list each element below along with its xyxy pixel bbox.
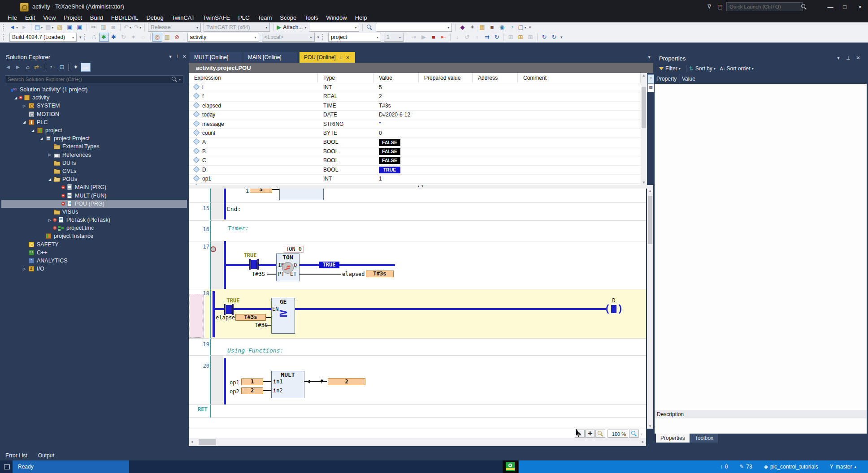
- cut[interactable]: ✂: [89, 23, 99, 32]
- fbd-hscrollbar[interactable]: ◄ ►: [189, 438, 646, 446]
- operand-label[interactable]: elapsed: [216, 314, 239, 321]
- tree-expander-icon[interactable]: ▷: [47, 153, 53, 157]
- tree-item-plctask-plctask[interactable]: ▷PlcTask (PlcTask): [1, 216, 187, 224]
- menu-plc[interactable]: PLC: [234, 13, 253, 22]
- solution-search[interactable]: ▾: [5, 75, 183, 83]
- watch-row[interactable]: countBYTE0: [189, 129, 641, 138]
- menu-view[interactable]: View: [39, 13, 60, 22]
- prepared-value-cell[interactable]: [419, 147, 473, 156]
- toggle-free-run[interactable]: ◌: [139, 33, 148, 42]
- close-icon[interactable]: ✕: [181, 54, 188, 60]
- fbd-editor[interactable]: 15 16 17 18 19 20 i 5 End: Timer: TRUE T…: [189, 189, 646, 429]
- close-icon[interactable]: ✕: [855, 55, 862, 61]
- splitter[interactable]: ▲ ▼: [189, 185, 653, 189]
- hide-disabled[interactable]: ⊘: [172, 33, 182, 42]
- toolbar-grip[interactable]: [84, 34, 87, 40]
- watch-row[interactable]: messageSTRING'': [189, 120, 641, 129]
- step-into[interactable]: ↓: [452, 33, 462, 42]
- tc-config-mode[interactable]: ✱: [99, 33, 109, 42]
- show-sub-items[interactable]: ▥: [162, 33, 172, 42]
- login[interactable]: ⇥: [409, 33, 419, 42]
- contact[interactable]: [249, 259, 259, 270]
- coil-label[interactable]: D: [608, 297, 619, 304]
- prepared-value-cell[interactable]: [419, 156, 473, 165]
- sx-forward[interactable]: ►: [13, 63, 23, 72]
- filter-button[interactable]: Filter: [665, 65, 677, 72]
- tree-item-c[interactable]: C++: [1, 249, 187, 257]
- menu-tools[interactable]: Tools: [300, 13, 322, 22]
- watch-row[interactable]: iINT5: [189, 83, 641, 92]
- logout[interactable]: ⇤: [438, 33, 448, 42]
- operand-value-box[interactable]: T#3s: [235, 314, 266, 321]
- watch-row[interactable]: op1INT1: [189, 175, 641, 184]
- nav-forward[interactable]: ►: [19, 23, 29, 32]
- step-over[interactable]: ⇉: [482, 33, 492, 42]
- solution-platform[interactable]: TwinCAT RT (x64)▾: [204, 23, 270, 32]
- sort-by-button[interactable]: Sort by: [695, 65, 712, 72]
- tree-item-mult-fun[interactable]: MULT (FUN): [1, 191, 187, 199]
- lock[interactable]: ◙: [108, 23, 118, 32]
- step-unknown[interactable]: ↺: [462, 33, 472, 42]
- tc-run-mode[interactable]: ✱: [109, 33, 119, 42]
- tree-expander-icon[interactable]: ▷: [21, 267, 27, 271]
- settings-wrench[interactable]: ✦: [467, 23, 477, 32]
- status-pushes[interactable]: ↑0: [720, 464, 728, 470]
- tree-expander-icon[interactable]: ◢: [38, 137, 44, 141]
- download-b[interactable]: ⊞: [516, 33, 525, 42]
- table-view-button[interactable]: ▦: [647, 83, 654, 92]
- prepared-value-cell[interactable]: [419, 83, 473, 92]
- operand-label[interactable]: elapsed: [342, 271, 365, 277]
- menu-build[interactable]: Build: [86, 13, 107, 22]
- pin-icon[interactable]: ⊥: [339, 55, 343, 60]
- nav-back[interactable]: ◄▾: [8, 23, 19, 32]
- tree-item-project-project[interactable]: ◢project Project: [1, 134, 187, 142]
- splitter-arrows-icon[interactable]: ▲ ▼: [417, 185, 424, 188]
- send-feedback-icon[interactable]: ◳: [716, 4, 724, 10]
- reset-cold[interactable]: ↻: [492, 33, 502, 42]
- sx-home[interactable]: ⌂: [23, 63, 33, 72]
- save-all[interactable]: ▣: [75, 23, 85, 32]
- new-project[interactable]: ▤▾: [33, 23, 44, 32]
- save[interactable]: ▣: [65, 23, 75, 32]
- menu-fbdldil[interactable]: FBD/LD/IL: [107, 13, 143, 22]
- toolbar-grip[interactable]: [322, 34, 325, 40]
- tree-item-motion[interactable]: MOTION: [1, 110, 187, 118]
- prepared-value-cell[interactable]: [419, 120, 473, 129]
- tree-item-system[interactable]: ▷SYSTEM: [1, 102, 187, 110]
- tree-item-external-types[interactable]: External Types: [1, 142, 187, 150]
- partial-block[interactable]: [279, 189, 324, 200]
- console-tool[interactable]: ▢▾: [516, 23, 527, 32]
- reload-b[interactable]: ↻: [549, 33, 559, 42]
- operand-label[interactable]: op2: [230, 388, 239, 395]
- tree-item-main-prg[interactable]: MAIN (PRG): [1, 183, 187, 191]
- maximize-button[interactable]: □: [838, 0, 852, 13]
- choose-target[interactable]: ◎: [152, 33, 162, 42]
- stop-plc[interactable]: ■: [429, 33, 438, 42]
- menu-team[interactable]: Team: [253, 13, 276, 22]
- find-target[interactable]: ▾: [376, 23, 452, 32]
- local-target[interactable]: <Local>▾: [262, 33, 315, 42]
- tab-toolbox[interactable]: Toolbox: [690, 434, 718, 443]
- menu-project[interactable]: Project: [60, 13, 86, 22]
- close-button[interactable]: ×: [852, 0, 868, 13]
- menu-scope[interactable]: Scope: [276, 13, 300, 22]
- status-repo[interactable]: ◈plc_control_tutorials: [764, 464, 818, 470]
- watch-row[interactable]: BBOOLFALSE: [189, 147, 641, 156]
- tree-expander-icon[interactable]: ◢: [47, 177, 53, 181]
- prepared-value-cell[interactable]: [419, 166, 473, 174]
- tree-item-analytics[interactable]: ANALYTICS: [1, 257, 187, 265]
- tree-item-duts[interactable]: DUTs: [1, 159, 187, 167]
- active-plc-project[interactable]: project▾: [328, 33, 381, 42]
- watch-row[interactable]: DBOOLTRUE: [189, 166, 641, 175]
- panel-menu-icon[interactable]: ▾: [167, 54, 174, 60]
- contact[interactable]: [224, 304, 234, 315]
- activate-boot-project[interactable]: ∴: [89, 33, 99, 42]
- step-out[interactable]: ↑: [472, 33, 482, 42]
- tab-overflow-icon[interactable]: ▾: [646, 54, 653, 60]
- toolbar-overflow-icon[interactable]: ▾: [560, 35, 563, 39]
- tc-circle-tool[interactable]: ◔: [507, 23, 516, 32]
- output-tab[interactable]: Output: [38, 452, 54, 459]
- menu-file[interactable]: File: [4, 13, 21, 22]
- operand-label[interactable]: T#3S: [252, 271, 265, 277]
- watch-row[interactable]: elapsedTIMET#3s: [189, 102, 641, 111]
